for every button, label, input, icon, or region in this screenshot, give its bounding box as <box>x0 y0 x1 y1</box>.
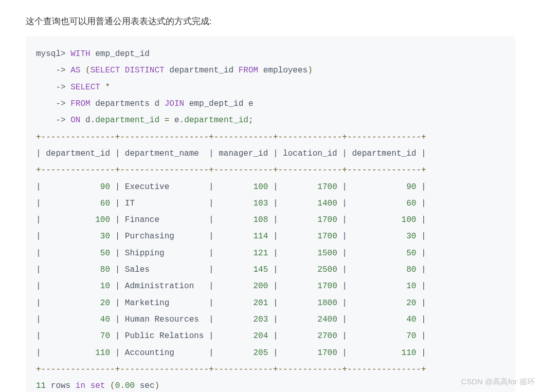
table-border: +---------------+------------------+----… <box>36 133 426 142</box>
table-border: +---------------+------------------+----… <box>36 165 426 175</box>
time-value: 0.00 <box>115 381 135 390</box>
kw-select: SELECT <box>91 66 120 75</box>
dot: . <box>91 116 96 125</box>
table-row: | 10 | Administration | 200 | 1700 | 10 … <box>36 282 426 291</box>
row-count: 11 <box>36 381 46 390</box>
tbl-employees: employees <box>263 66 308 75</box>
star: * <box>105 83 110 92</box>
arrow: -> <box>36 116 66 125</box>
arrow: -> <box>36 99 66 108</box>
rows-word: rows <box>51 381 70 390</box>
table-row: | 30 | Purchasing | 114 | 1700 | 30 | <box>36 232 426 241</box>
kw-distinct: DISTINCT <box>125 66 165 75</box>
table-row: | 50 | Shipping | 121 | 1500 | 50 | <box>36 249 426 258</box>
intro-text: 这个查询也可以用普通公用表表达式的方式完成: <box>26 15 515 27</box>
table-row: | 70 | Public Relations | 204 | 2700 | 7… <box>36 331 426 341</box>
prompt: mysql> <box>36 49 66 59</box>
kw-select: SELECT <box>70 83 100 92</box>
table-row: | 100 | Finance | 108 | 1700 | 100 | <box>36 215 426 225</box>
table-border: +---------------+------------------+----… <box>36 365 426 374</box>
col-department-id: department_id <box>184 116 248 125</box>
arrow: -> <box>36 83 66 92</box>
kw-from: FROM <box>239 66 258 75</box>
alias-d: d <box>154 99 159 108</box>
ident-d: d <box>85 116 91 125</box>
alias-e: e <box>248 99 254 108</box>
table-row: | 110 | Accounting | 205 | 1700 | 110 | <box>36 348 426 358</box>
tbl-emp-dept-id: emp_dept_id <box>189 99 244 108</box>
table-row: | 90 | Executive | 100 | 1700 | 90 | <box>36 182 426 192</box>
kw-from: FROM <box>70 99 90 108</box>
tbl-departments: departments <box>95 99 150 108</box>
table-row: | 80 | Sales | 145 | 2500 | 80 | <box>36 265 426 274</box>
table-row: | 20 | Marketing | 201 | 1800 | 20 | <box>36 298 426 308</box>
paren-close: ) <box>308 66 313 75</box>
ident-emp-dept-id: emp_dept_id <box>95 49 150 59</box>
kw-join: JOIN <box>165 99 184 108</box>
paren-open: ( <box>85 66 91 75</box>
semicolon: ; <box>248 116 254 125</box>
table-row: | 40 | Human Resources | 203 | 2400 | 40… <box>36 315 426 324</box>
equals: = <box>165 116 170 125</box>
ident-e: e <box>174 116 179 125</box>
col-department-id: department_id <box>169 66 233 75</box>
code-block: mysql> WITH emp_dept_id -> AS (SELECT DI… <box>26 36 515 392</box>
table-row: | 60 | IT | 103 | 1400 | 60 | <box>36 199 426 208</box>
col-department-id: department_id <box>95 116 159 125</box>
kw-with: WITH <box>70 49 90 59</box>
kw-as: AS <box>70 66 80 75</box>
arrow: -> <box>36 66 66 75</box>
dot: . <box>179 116 185 125</box>
paren-close: ) <box>155 381 160 390</box>
paren-open: ( <box>110 381 115 390</box>
kw-set: set <box>91 381 105 390</box>
table-header: | department_id | department_name | mana… <box>36 149 426 158</box>
kw-in: in <box>76 381 85 390</box>
sec-word: sec <box>140 381 155 390</box>
kw-on: ON <box>70 116 80 125</box>
